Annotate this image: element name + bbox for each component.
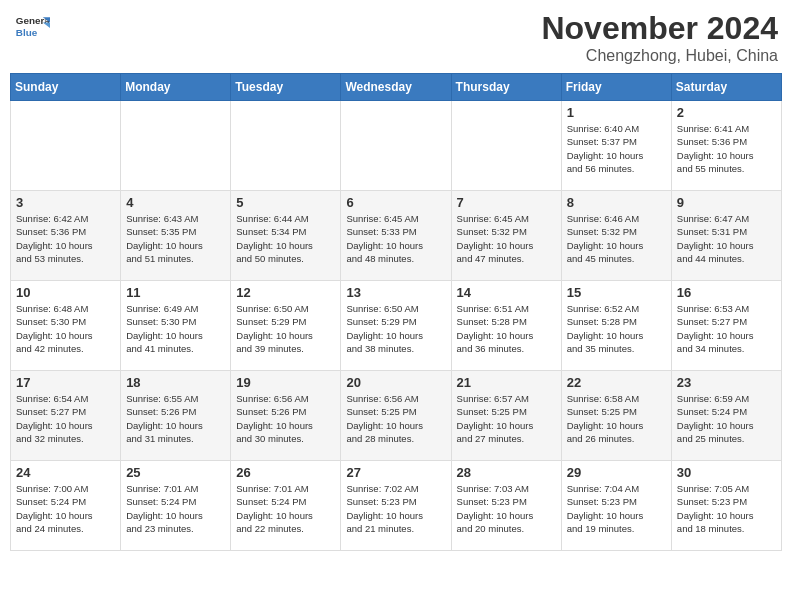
day-number: 19 (236, 375, 335, 390)
day-info: Sunrise: 6:56 AM Sunset: 5:25 PM Dayligh… (346, 392, 445, 445)
day-cell: 15Sunrise: 6:52 AM Sunset: 5:28 PM Dayli… (561, 281, 671, 371)
day-info: Sunrise: 6:57 AM Sunset: 5:25 PM Dayligh… (457, 392, 556, 445)
day-info: Sunrise: 7:03 AM Sunset: 5:23 PM Dayligh… (457, 482, 556, 535)
calendar: SundayMondayTuesdayWednesdayThursdayFrid… (10, 73, 782, 551)
day-info: Sunrise: 7:05 AM Sunset: 5:23 PM Dayligh… (677, 482, 776, 535)
weekday-header-tuesday: Tuesday (231, 74, 341, 101)
weekday-header-friday: Friday (561, 74, 671, 101)
day-cell: 5Sunrise: 6:44 AM Sunset: 5:34 PM Daylig… (231, 191, 341, 281)
day-cell: 24Sunrise: 7:00 AM Sunset: 5:24 PM Dayli… (11, 461, 121, 551)
day-info: Sunrise: 6:44 AM Sunset: 5:34 PM Dayligh… (236, 212, 335, 265)
day-info: Sunrise: 6:59 AM Sunset: 5:24 PM Dayligh… (677, 392, 776, 445)
day-number: 16 (677, 285, 776, 300)
day-number: 22 (567, 375, 666, 390)
day-cell: 25Sunrise: 7:01 AM Sunset: 5:24 PM Dayli… (121, 461, 231, 551)
week-row-5: 24Sunrise: 7:00 AM Sunset: 5:24 PM Dayli… (11, 461, 782, 551)
day-number: 3 (16, 195, 115, 210)
day-cell: 3Sunrise: 6:42 AM Sunset: 5:36 PM Daylig… (11, 191, 121, 281)
day-number: 24 (16, 465, 115, 480)
day-info: Sunrise: 6:45 AM Sunset: 5:33 PM Dayligh… (346, 212, 445, 265)
weekday-header-saturday: Saturday (671, 74, 781, 101)
day-number: 9 (677, 195, 776, 210)
logo-icon: General Blue (14, 10, 50, 46)
day-info: Sunrise: 6:42 AM Sunset: 5:36 PM Dayligh… (16, 212, 115, 265)
day-info: Sunrise: 6:50 AM Sunset: 5:29 PM Dayligh… (236, 302, 335, 355)
weekday-header-monday: Monday (121, 74, 231, 101)
day-number: 11 (126, 285, 225, 300)
day-cell: 8Sunrise: 6:46 AM Sunset: 5:32 PM Daylig… (561, 191, 671, 281)
day-number: 30 (677, 465, 776, 480)
day-info: Sunrise: 6:58 AM Sunset: 5:25 PM Dayligh… (567, 392, 666, 445)
day-number: 6 (346, 195, 445, 210)
day-number: 28 (457, 465, 556, 480)
day-cell: 6Sunrise: 6:45 AM Sunset: 5:33 PM Daylig… (341, 191, 451, 281)
day-cell (11, 101, 121, 191)
day-info: Sunrise: 6:49 AM Sunset: 5:30 PM Dayligh… (126, 302, 225, 355)
day-number: 2 (677, 105, 776, 120)
day-cell: 1Sunrise: 6:40 AM Sunset: 5:37 PM Daylig… (561, 101, 671, 191)
day-cell (341, 101, 451, 191)
day-number: 14 (457, 285, 556, 300)
day-number: 26 (236, 465, 335, 480)
day-cell: 27Sunrise: 7:02 AM Sunset: 5:23 PM Dayli… (341, 461, 451, 551)
day-number: 10 (16, 285, 115, 300)
week-row-1: 1Sunrise: 6:40 AM Sunset: 5:37 PM Daylig… (11, 101, 782, 191)
day-number: 20 (346, 375, 445, 390)
day-info: Sunrise: 6:52 AM Sunset: 5:28 PM Dayligh… (567, 302, 666, 355)
day-cell: 20Sunrise: 6:56 AM Sunset: 5:25 PM Dayli… (341, 371, 451, 461)
weekday-header-wednesday: Wednesday (341, 74, 451, 101)
day-number: 15 (567, 285, 666, 300)
logo: General Blue (14, 10, 50, 46)
day-number: 27 (346, 465, 445, 480)
day-cell: 18Sunrise: 6:55 AM Sunset: 5:26 PM Dayli… (121, 371, 231, 461)
day-cell: 30Sunrise: 7:05 AM Sunset: 5:23 PM Dayli… (671, 461, 781, 551)
day-cell: 4Sunrise: 6:43 AM Sunset: 5:35 PM Daylig… (121, 191, 231, 281)
day-number: 21 (457, 375, 556, 390)
day-cell (121, 101, 231, 191)
day-info: Sunrise: 7:00 AM Sunset: 5:24 PM Dayligh… (16, 482, 115, 535)
day-number: 18 (126, 375, 225, 390)
day-cell: 17Sunrise: 6:54 AM Sunset: 5:27 PM Dayli… (11, 371, 121, 461)
day-info: Sunrise: 6:48 AM Sunset: 5:30 PM Dayligh… (16, 302, 115, 355)
title-block: November 2024 Chengzhong, Hubei, China (541, 10, 778, 65)
day-info: Sunrise: 6:47 AM Sunset: 5:31 PM Dayligh… (677, 212, 776, 265)
day-cell: 19Sunrise: 6:56 AM Sunset: 5:26 PM Dayli… (231, 371, 341, 461)
svg-text:Blue: Blue (16, 27, 38, 38)
day-info: Sunrise: 6:55 AM Sunset: 5:26 PM Dayligh… (126, 392, 225, 445)
day-number: 29 (567, 465, 666, 480)
day-info: Sunrise: 7:02 AM Sunset: 5:23 PM Dayligh… (346, 482, 445, 535)
day-cell: 12Sunrise: 6:50 AM Sunset: 5:29 PM Dayli… (231, 281, 341, 371)
day-cell: 28Sunrise: 7:03 AM Sunset: 5:23 PM Dayli… (451, 461, 561, 551)
day-info: Sunrise: 6:45 AM Sunset: 5:32 PM Dayligh… (457, 212, 556, 265)
svg-text:General: General (16, 15, 50, 26)
day-info: Sunrise: 6:51 AM Sunset: 5:28 PM Dayligh… (457, 302, 556, 355)
day-number: 17 (16, 375, 115, 390)
day-number: 4 (126, 195, 225, 210)
day-number: 23 (677, 375, 776, 390)
day-cell: 10Sunrise: 6:48 AM Sunset: 5:30 PM Dayli… (11, 281, 121, 371)
day-info: Sunrise: 6:43 AM Sunset: 5:35 PM Dayligh… (126, 212, 225, 265)
day-info: Sunrise: 6:50 AM Sunset: 5:29 PM Dayligh… (346, 302, 445, 355)
location: Chengzhong, Hubei, China (541, 47, 778, 65)
day-cell: 11Sunrise: 6:49 AM Sunset: 5:30 PM Dayli… (121, 281, 231, 371)
day-cell: 22Sunrise: 6:58 AM Sunset: 5:25 PM Dayli… (561, 371, 671, 461)
day-cell: 14Sunrise: 6:51 AM Sunset: 5:28 PM Dayli… (451, 281, 561, 371)
day-info: Sunrise: 6:54 AM Sunset: 5:27 PM Dayligh… (16, 392, 115, 445)
day-info: Sunrise: 6:46 AM Sunset: 5:32 PM Dayligh… (567, 212, 666, 265)
day-cell: 9Sunrise: 6:47 AM Sunset: 5:31 PM Daylig… (671, 191, 781, 281)
day-cell: 26Sunrise: 7:01 AM Sunset: 5:24 PM Dayli… (231, 461, 341, 551)
week-row-2: 3Sunrise: 6:42 AM Sunset: 5:36 PM Daylig… (11, 191, 782, 281)
weekday-header-row: SundayMondayTuesdayWednesdayThursdayFrid… (11, 74, 782, 101)
day-info: Sunrise: 7:01 AM Sunset: 5:24 PM Dayligh… (236, 482, 335, 535)
day-number: 12 (236, 285, 335, 300)
page-header: General Blue November 2024 Chengzhong, H… (10, 10, 782, 65)
day-number: 13 (346, 285, 445, 300)
day-cell: 13Sunrise: 6:50 AM Sunset: 5:29 PM Dayli… (341, 281, 451, 371)
day-cell: 23Sunrise: 6:59 AM Sunset: 5:24 PM Dayli… (671, 371, 781, 461)
month-title: November 2024 (541, 10, 778, 47)
day-number: 7 (457, 195, 556, 210)
day-cell: 2Sunrise: 6:41 AM Sunset: 5:36 PM Daylig… (671, 101, 781, 191)
day-cell (451, 101, 561, 191)
day-info: Sunrise: 6:56 AM Sunset: 5:26 PM Dayligh… (236, 392, 335, 445)
day-info: Sunrise: 6:53 AM Sunset: 5:27 PM Dayligh… (677, 302, 776, 355)
